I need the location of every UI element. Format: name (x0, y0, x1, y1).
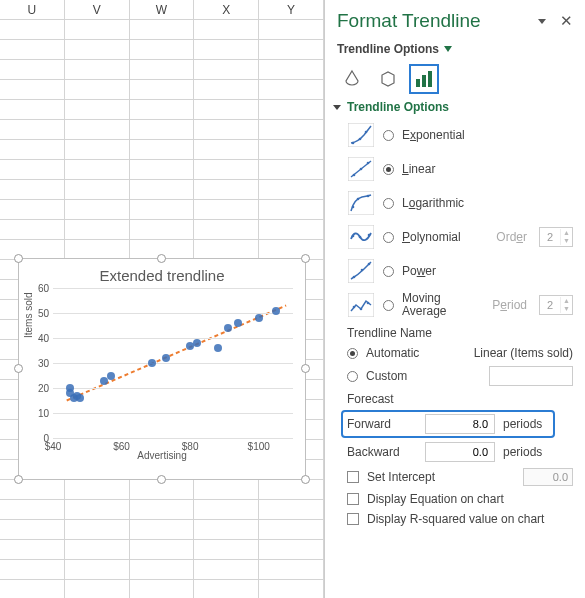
option-linear[interactable]: Linear (347, 154, 573, 184)
power-icon (347, 258, 375, 284)
moving-average-icon (347, 292, 375, 318)
radio[interactable] (383, 198, 394, 209)
svg-rect-2 (422, 75, 426, 87)
option-moving-average[interactable]: MovingAverage Period ▲▼ (347, 290, 573, 320)
svg-point-27 (360, 308, 363, 311)
logarithmic-icon (347, 190, 375, 216)
resize-handle[interactable] (301, 254, 310, 263)
option-polynomial[interactable]: Polynomial Order ▲▼ (347, 222, 573, 252)
intercept-input (523, 468, 573, 486)
forward-input[interactable] (425, 414, 495, 434)
svg-point-20 (368, 234, 371, 237)
options-subtitle[interactable]: Trendline Options (337, 42, 439, 56)
period-spinner: ▲▼ (539, 295, 573, 315)
polynomial-icon (347, 224, 375, 250)
resize-handle[interactable] (14, 364, 23, 373)
set-intercept-row[interactable]: Set Intercept (347, 468, 573, 486)
radio[interactable] (347, 371, 358, 382)
trendline-options-tab[interactable] (411, 66, 437, 92)
radio[interactable] (383, 300, 394, 311)
name-automatic[interactable]: Automatic Linear (Items sold) (347, 346, 573, 360)
auto-name-value: Linear (Items sold) (474, 346, 573, 360)
embedded-chart[interactable]: Extended trendline Items sold 0102030405… (18, 258, 306, 480)
svg-point-12 (367, 162, 370, 165)
option-power[interactable]: Power (347, 256, 573, 286)
forecast-header: Forecast (347, 392, 573, 406)
section-title[interactable]: Trendline Options (347, 100, 449, 114)
svg-point-11 (360, 168, 363, 171)
backward-input[interactable] (425, 442, 495, 462)
col-header[interactable]: V (65, 0, 130, 19)
period-label: Period (492, 298, 527, 312)
order-spinner: ▲▼ (539, 227, 573, 247)
close-icon[interactable]: ✕ (560, 12, 573, 30)
col-header[interactable]: W (130, 0, 195, 19)
periods-label: periods (503, 445, 542, 459)
fill-line-tab[interactable] (339, 66, 365, 92)
exponential-icon (347, 122, 375, 148)
spreadsheet-grid[interactable]: U V W X Y Extended trendline Items sold … (0, 0, 325, 598)
svg-line-0 (67, 306, 286, 401)
svg-point-24 (368, 263, 371, 266)
option-logarithmic[interactable]: Logarithmic (347, 188, 573, 218)
resize-handle[interactable] (157, 254, 166, 263)
effects-tab[interactable] (375, 66, 401, 92)
radio[interactable] (347, 348, 358, 359)
resize-handle[interactable] (14, 475, 23, 484)
svg-point-23 (361, 269, 364, 272)
svg-point-28 (367, 302, 370, 305)
svg-point-26 (353, 306, 356, 309)
svg-point-18 (352, 235, 355, 238)
radio[interactable] (383, 266, 394, 277)
col-header[interactable]: U (0, 0, 65, 19)
pane-menu-icon[interactable] (538, 19, 546, 24)
format-trendline-pane: Format Trendline ✕ Trendline Options Tre… (325, 0, 585, 598)
svg-point-15 (357, 198, 360, 201)
pane-title: Format Trendline (337, 10, 481, 32)
svg-point-14 (352, 206, 355, 209)
column-headers: U V W X Y (0, 0, 324, 20)
resize-handle[interactable] (301, 364, 310, 373)
checkbox[interactable] (347, 493, 359, 505)
svg-point-6 (359, 138, 362, 141)
display-equation-row[interactable]: Display Equation on chart (347, 492, 573, 506)
name-custom[interactable]: Custom (347, 366, 573, 386)
resize-handle[interactable] (157, 475, 166, 484)
trendline-name-header: Trendline Name (347, 326, 573, 340)
forecast-forward-row: Forward periods (343, 412, 553, 436)
radio[interactable] (383, 232, 394, 243)
svg-point-22 (353, 276, 356, 279)
checkbox[interactable] (347, 513, 359, 525)
checkbox[interactable] (347, 471, 359, 483)
forecast-backward-row: Backward periods (347, 442, 573, 462)
linear-icon (347, 156, 375, 182)
display-r2-row[interactable]: Display R-squared value on chart (347, 512, 573, 526)
svg-point-10 (353, 174, 356, 177)
chart-title[interactable]: Extended trendline (19, 259, 305, 288)
svg-point-16 (367, 195, 370, 198)
col-header[interactable]: X (194, 0, 259, 19)
col-header[interactable]: Y (259, 0, 324, 19)
resize-handle[interactable] (14, 254, 23, 263)
order-label: Order (496, 230, 527, 244)
radio[interactable] (383, 130, 394, 141)
svg-rect-3 (428, 71, 432, 87)
periods-label: periods (503, 417, 542, 431)
dropdown-icon[interactable] (444, 46, 452, 52)
collapse-icon[interactable] (333, 105, 341, 110)
plot-area[interactable]: Items sold 0102030405060$40$60$80$100 (53, 288, 293, 438)
custom-name-input[interactable] (489, 366, 573, 386)
svg-point-7 (365, 131, 368, 134)
resize-handle[interactable] (301, 475, 310, 484)
svg-rect-1 (416, 79, 420, 87)
svg-point-19 (359, 236, 362, 239)
option-exponential[interactable]: Exponential (347, 120, 573, 150)
radio[interactable] (383, 164, 394, 175)
svg-point-5 (352, 142, 355, 145)
